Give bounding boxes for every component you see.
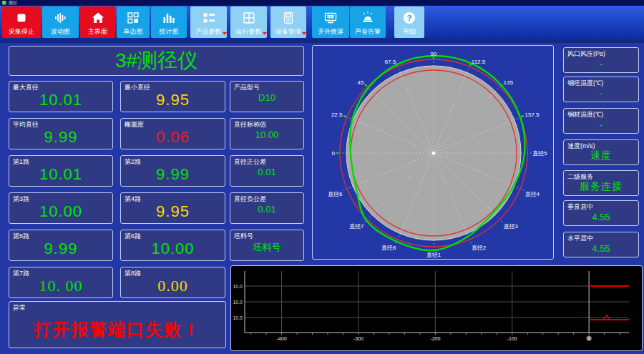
cell-value: 速度 [564,149,638,162]
cell-value: 9.99 [9,128,112,147]
cell-value: 0.06 [121,128,225,147]
cell-value: D10 [230,92,303,103]
x-tick-label: -200 [430,336,440,341]
dropdown-arrow-icon [263,32,267,35]
cell-label: 风口风压(Pa) [567,49,605,59]
cell-value: 4.55 [564,243,638,254]
toolbar-button-sound-alarm[interactable]: 声音告警 [350,6,386,38]
measurement-cell: 椭圆度0.06 [120,118,225,149]
toolbar: 采集停止波动图主界面单边图统计图产品参数运行参数设备管理开外接屏声音告警?帮助 [0,6,644,39]
toolbar-button-label: 设备管理 [275,28,301,35]
dropdown-arrow-icon [223,32,227,35]
product-info-cell: 坯料号坯料号 [230,230,304,261]
toolbar-button-label: 声音告警 [355,28,381,35]
monitor-icon [312,10,349,26]
cell-value: 10.00 [230,129,303,140]
toolbar-button-product-params[interactable]: 产品参数 [190,6,227,38]
measurement-cell: 第3路10.00 [9,192,113,224]
cell-value: 10.01 [9,91,112,109]
cell-value: 4.55 [564,212,638,222]
cell-value: 服务连接 [564,180,638,193]
angle-label: 135 [504,79,514,86]
cell-value: 9.95 [121,91,225,109]
page-title: 3#测径仪 [9,46,303,75]
cell-value: 10.00 [9,202,112,221]
window-titlebar: 测径 [0,0,644,6]
status-cell: 二级服务服务连接 [563,170,639,196]
abnormal-text: 打开报警端口失败！ [9,313,225,346]
product-info-cell: 直径标称值10.00 [230,118,304,149]
cell-value: 0.01 [230,204,303,215]
angle-label: 0 [332,150,336,157]
diameter-label: 直径1 [426,252,441,258]
cell-value: - [564,119,638,130]
measurement-cell: 第2路9.99 [120,155,225,187]
x-tick-label: -400 [277,336,287,341]
center-dot [432,152,436,155]
polar-chart-panel: 022.54567.590112.5135157.5直径5直径4直径3直径2直径… [312,45,554,260]
window-title: 测径 [9,0,17,6]
diameter-label: 直径8 [381,245,396,251]
product-info-cell: 直径负公差0.01 [230,192,304,224]
status-cell: 风口风压(Pa)- [563,47,639,73]
waveform-icon [42,10,79,26]
svg-text:?: ? [406,14,411,22]
toolbar-button-label: 统计图 [160,28,179,35]
angle-label: 157.5 [525,112,540,118]
toolbar-button-label: 单边图 [124,28,143,35]
toolbar-button-label: 运行参数 [236,28,262,35]
product-info-cell: 产品型号D10 [230,81,304,112]
cell-value: 坯料号 [230,241,303,254]
cell-label: 坯料号 [234,232,253,241]
cell-label: 直径负公差 [234,195,266,204]
toolbar-button-single-edge-chart[interactable]: 单边图 [117,6,150,38]
header-title-box: 3#测径仪 [9,46,304,76]
cell-value: 9.99 [121,165,225,184]
grid-list-icon [190,10,227,26]
angle-label: 112.5 [472,59,486,65]
home-icon [80,10,115,26]
y-tick-label: 10.0 [233,315,243,320]
measurement-cell: 第1路10.01 [9,155,113,187]
cell-value: 9.99 [9,240,112,258]
measurement-cell: 最大直径10.01 [9,81,113,112]
trend-chart-panel: 10.010.010.0-400-300-200-1000 [230,265,643,351]
diameter-label: 直径3 [504,223,519,230]
cell-value: 9.95 [121,202,225,221]
status-cell: 钢材温度(℃)- [563,108,639,134]
y-tick-label: 10.0 [233,284,243,289]
device-icon [270,10,306,26]
measurement-cell: 第6路10.00 [120,230,225,261]
cell-label: 水平居中 [567,234,593,243]
stop-icon [2,10,41,26]
product-info-cell: 直径正公差0.01 [230,155,304,187]
angle-label: 90 [431,51,437,57]
toolbar-button-statistics-chart[interactable]: 统计图 [151,6,187,38]
toolbar-button-main-view[interactable]: 主界面 [80,6,115,38]
x-tick-label: 0 [587,336,590,341]
cell-value: 10.01 [9,165,112,184]
toolbar-button-stop-capture[interactable]: 采集停止 [2,6,41,38]
toolbar-button-device-management[interactable]: 设备管理 [270,6,306,38]
toolbar-button-label: 开外接屏 [318,28,343,35]
toolbar-button-label: 产品参数 [196,28,222,35]
diameter-label: 直径2 [472,245,487,251]
cell-value: 10.00 [121,240,225,258]
toolbar-button-external-screen[interactable]: 开外接屏 [312,6,349,38]
cell-value: 0.01 [230,167,303,177]
window-grid-icon [230,10,267,26]
measurement-cell: 最小直径9.95 [120,81,225,112]
measurement-cell: 第4路9.95 [120,192,225,224]
abnormal-label: 异常 [13,303,26,313]
toolbar-button-fluctuation-chart[interactable]: 波动图 [42,6,79,38]
siren-icon [350,10,386,26]
status-cell: 垂直居中4.55 [563,200,639,226]
toolbar-button-operation-params[interactable]: 运行参数 [230,6,267,38]
toolbar-button-help[interactable]: ?帮助 [394,6,424,38]
status-cell: 钢坯温度(℃)- [563,77,639,102]
angle-label: 67.5 [385,59,396,65]
angle-marker [344,115,346,117]
angle-label: 22.5 [331,112,343,118]
toolbar-divider [0,39,644,43]
angle-marker [365,84,367,87]
